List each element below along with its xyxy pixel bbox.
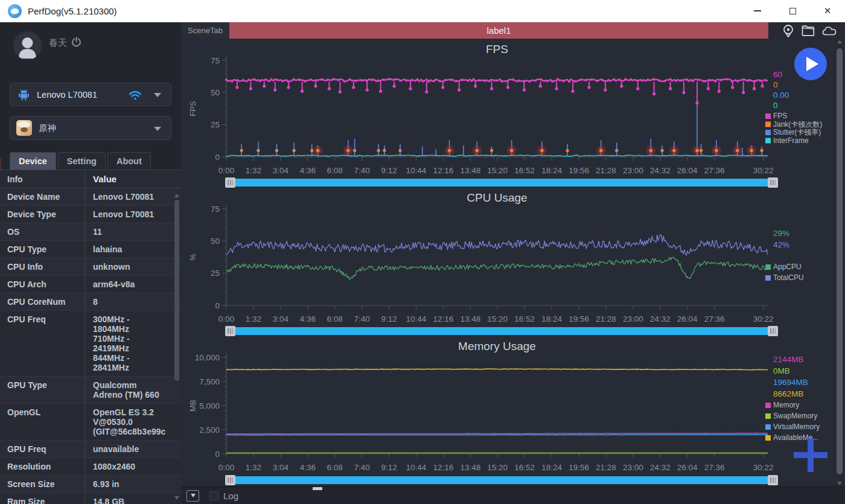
scene-topbar: SceneTab label1 (181, 22, 845, 39)
hscroll-left-handle[interactable] (225, 475, 235, 485)
svg-text:13:48: 13:48 (460, 463, 480, 472)
svg-text:50: 50 (211, 237, 220, 246)
app-selector-value: 原神 (39, 123, 56, 134)
location-icon[interactable] (782, 24, 794, 37)
svg-text:42%: 42% (773, 240, 789, 249)
hscroll-left-handle[interactable] (225, 326, 235, 336)
row-label: Ram Size (0, 493, 84, 504)
svg-text:3:04: 3:04 (273, 166, 289, 175)
svg-text:2,500: 2,500 (199, 426, 220, 435)
scene-label[interactable]: label1 (229, 22, 768, 39)
row-value: lahaina (84, 241, 181, 258)
hscroll-right-handle[interactable] (768, 326, 778, 336)
log-checkbox[interactable] (209, 491, 218, 500)
svg-text:9:12: 9:12 (381, 166, 397, 175)
table-scrollbar[interactable] (174, 193, 180, 501)
svg-text:23:00: 23:00 (623, 314, 643, 324)
device-selector-value: Lenovo L70081 (37, 90, 97, 100)
row-value: 1080x2460 (84, 458, 181, 475)
table-row: Device NameLenovo L70081 (0, 188, 181, 206)
svg-text:30:22: 30:22 (753, 166, 774, 175)
cloud-icon[interactable] (822, 25, 837, 36)
tab-setting[interactable]: Setting (58, 152, 106, 170)
hscroll-right-handle[interactable] (768, 475, 778, 485)
svg-text:Memory Usage: Memory Usage (458, 340, 536, 352)
svg-text:6:08: 6:08 (327, 463, 343, 472)
svg-text:60: 60 (773, 70, 782, 79)
power-icon[interactable] (71, 37, 81, 49)
hscroll-right-handle[interactable] (768, 177, 778, 188)
svg-text:13:48: 13:48 (460, 314, 480, 324)
svg-text:16:52: 16:52 (514, 463, 535, 472)
hscroll-track[interactable] (235, 327, 768, 335)
avatar[interactable] (13, 31, 42, 60)
minimize-button[interactable] (740, 0, 775, 22)
row-value: OpenGL ES 3.2 V@0530.0 (GIT@56c8b3e99c (84, 404, 181, 440)
row-label: Screen Size (0, 476, 84, 493)
scene-tab[interactable]: SceneTab (181, 22, 229, 39)
row-label: Resolution (0, 458, 84, 475)
device-info-table: Info Value Device NameLenovo L70081Devic… (0, 170, 181, 504)
svg-text:4:36: 4:36 (300, 166, 316, 175)
svg-text:0:00: 0:00 (218, 314, 234, 324)
fps-chart: FPSFPS02550750:001:323:044:366:087:409:1… (181, 39, 835, 179)
scroll-down-icon[interactable] (837, 482, 842, 485)
device-selector[interactable]: Lenovo L70081 (10, 83, 171, 106)
svg-text:0MB: 0MB (773, 366, 790, 375)
svg-text:16:52: 16:52 (514, 314, 535, 324)
svg-text:7,500: 7,500 (199, 377, 220, 386)
row-value: Lenovo L70081 (84, 188, 181, 205)
maximize-button[interactable] (775, 0, 810, 22)
svg-text:0:00: 0:00 (218, 463, 234, 472)
svg-text:23:00: 23:00 (623, 166, 643, 175)
svg-text:18:24: 18:24 (541, 166, 562, 175)
fps-chart-scrollbar[interactable] (225, 177, 778, 188)
sidebar-tabs: DeviceSettingAbout (10, 152, 153, 170)
svg-text:19:56: 19:56 (569, 314, 589, 324)
svg-text:0: 0 (215, 450, 220, 459)
row-value: unknown (84, 258, 181, 275)
scroll-up-icon[interactable] (837, 40, 842, 43)
svg-text:21:28: 21:28 (596, 314, 616, 324)
svg-text:75: 75 (211, 56, 220, 65)
tab-about[interactable]: About (107, 152, 151, 170)
row-label: GPU Freq (0, 441, 84, 458)
scroll-up-icon[interactable] (174, 194, 179, 197)
svg-text:FPS: FPS (773, 112, 787, 120)
splitter-handle[interactable] (313, 487, 322, 490)
table-scrollbar-thumb[interactable] (174, 200, 179, 381)
android-icon (18, 88, 30, 101)
charts-vertical-scrollbar[interactable] (835, 39, 844, 486)
hscroll-left-handle[interactable] (225, 177, 235, 188)
hscroll-track[interactable] (235, 476, 768, 484)
svg-text:26:04: 26:04 (677, 166, 698, 175)
perfdog-logo-icon (8, 4, 22, 18)
tab-device[interactable]: Device (10, 152, 56, 170)
svg-text:50: 50 (211, 88, 220, 97)
cpu-chart: CPU Usage%02550750:001:323:044:366:087:4… (181, 187, 835, 327)
folder-icon[interactable] (802, 25, 815, 36)
chevron-down-icon (191, 494, 196, 497)
cpu-chart-scrollbar[interactable] (225, 326, 778, 336)
scroll-down-icon[interactable] (174, 496, 179, 500)
svg-text:6:08: 6:08 (327, 166, 343, 175)
svg-text:12:16: 12:16 (433, 166, 454, 175)
svg-text:23:00: 23:00 (623, 463, 643, 472)
wifi-icon (129, 90, 142, 101)
svg-text:3:04: 3:04 (273, 463, 289, 472)
svg-text:6:08: 6:08 (327, 314, 343, 324)
app-selector[interactable]: 原神 (10, 116, 171, 140)
memory-chart-scrollbar[interactable] (225, 475, 778, 485)
expand-panel-button[interactable] (187, 490, 199, 502)
svg-text:18:24: 18:24 (541, 314, 562, 324)
hscroll-track[interactable] (235, 179, 768, 187)
svg-text:29%: 29% (773, 229, 789, 238)
svg-text:18:24: 18:24 (541, 463, 562, 472)
add-chart-button[interactable] (794, 438, 827, 472)
vscroll-thumb[interactable] (837, 48, 843, 474)
row-label: CPU CoreNum (0, 293, 84, 310)
row-label: OS (0, 223, 84, 240)
close-button[interactable]: ✕ (810, 0, 845, 22)
table-row: GPU TypeQualcomm Adreno (TM) 660 (0, 377, 181, 404)
start-test-button[interactable] (794, 48, 827, 80)
